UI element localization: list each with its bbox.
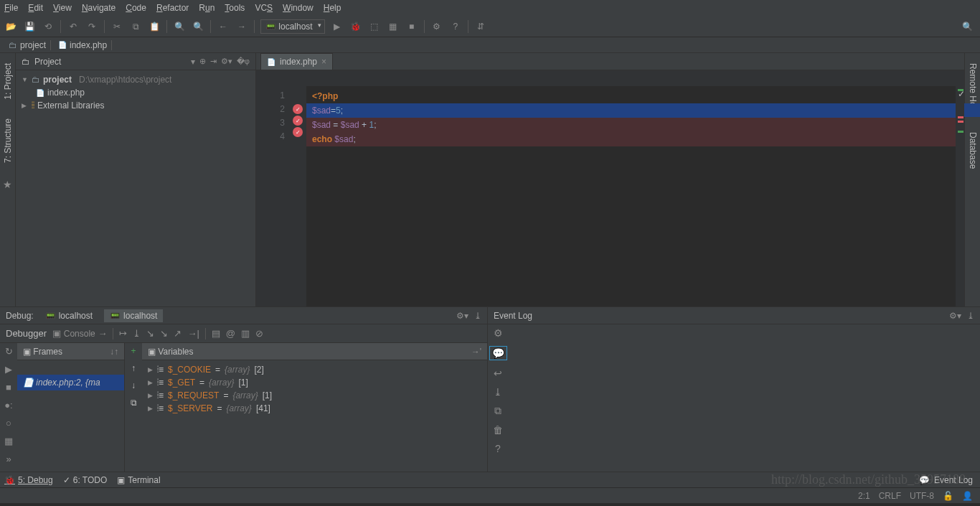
code-area[interactable]: <?php $sad=5; $sad = $sad + 1; echo $sad… bbox=[306, 86, 956, 306]
paste-icon[interactable]: 📋 bbox=[148, 20, 161, 33]
expand-icon[interactable]: ▶ bbox=[148, 392, 153, 399]
menu-refactor[interactable]: Refactor bbox=[156, 3, 189, 13]
mute-breakpoints-icon[interactable]: ⊘ bbox=[255, 328, 263, 339]
layout-icon[interactable]: ▦ bbox=[4, 436, 13, 446]
tree-file[interactable]: 📄 index.php bbox=[16, 86, 255, 99]
more-icon[interactable]: » bbox=[6, 454, 11, 464]
settings-icon[interactable]: ⚙▾ bbox=[456, 311, 468, 321]
menu-window[interactable]: Window bbox=[283, 3, 314, 13]
expand-icon[interactable]: ▼ bbox=[22, 76, 29, 83]
profile-icon[interactable]: ▦ bbox=[387, 20, 400, 33]
search-everywhere-icon[interactable]: 🔍 bbox=[962, 22, 973, 32]
var-request[interactable]: ▶⦙≡ $_REQUEST = {array} [1] bbox=[145, 389, 484, 402]
help-icon[interactable]: ? bbox=[449, 20, 462, 33]
run-to-cursor-icon[interactable]: →| bbox=[187, 328, 199, 339]
help-icon[interactable]: ? bbox=[495, 443, 501, 454]
show-execution-icon[interactable]: ↦ bbox=[119, 328, 127, 339]
project-title[interactable]: Project bbox=[34, 57, 191, 67]
event-log-link[interactable]: Event Log bbox=[934, 475, 973, 485]
open-icon[interactable]: 📂 bbox=[4, 20, 17, 33]
deploy-icon[interactable]: ⇵ bbox=[474, 20, 487, 33]
menu-run[interactable]: Run bbox=[199, 3, 215, 13]
editor-content[interactable]: 1 2 3 4 ✓ ✓ ✓ <?php $sad=5; $sad = $sad … bbox=[256, 86, 964, 306]
next-frame-icon[interactable]: ↑ bbox=[114, 347, 118, 357]
settings-icon[interactable]: ⚙▾ bbox=[221, 57, 232, 66]
tree-external-libs[interactable]: ▶ ⦙⦙ External Libraries bbox=[16, 99, 255, 112]
resume-icon[interactable]: ▶ bbox=[5, 364, 12, 375]
undo-icon[interactable]: ↶ bbox=[67, 20, 80, 33]
forward-icon[interactable]: → bbox=[235, 20, 248, 33]
tab-structure[interactable]: 7: Structure bbox=[1, 116, 14, 166]
run-icon[interactable]: ▶ bbox=[331, 20, 344, 33]
close-tab-icon[interactable]: × bbox=[321, 57, 326, 67]
inspector-icon[interactable]: 👤 bbox=[962, 491, 973, 501]
menu-code[interactable]: Code bbox=[126, 3, 146, 13]
breakpoint-icon[interactable]: ✓ bbox=[293, 116, 303, 126]
settings-icon[interactable]: ⚙ bbox=[494, 327, 503, 339]
console-tab[interactable]: ▣ Console → bbox=[52, 328, 107, 339]
evaluate-icon[interactable]: ▤ bbox=[212, 328, 220, 339]
breakpoints-icon[interactable]: ●: bbox=[4, 400, 12, 411]
collapse-icon[interactable]: ⇥ bbox=[210, 57, 217, 66]
settings-icon[interactable]: →' bbox=[471, 347, 481, 357]
debug-session-tab[interactable]: 📟 localhost bbox=[39, 309, 98, 322]
step-out-icon[interactable]: ↗ bbox=[174, 328, 182, 339]
error-mark[interactable] bbox=[958, 121, 963, 123]
expand-icon[interactable]: ▶ bbox=[148, 379, 153, 386]
ok-mark[interactable] bbox=[958, 131, 963, 133]
stop-icon[interactable]: ■ bbox=[405, 20, 418, 33]
wrap-icon[interactable]: ↩ bbox=[494, 367, 502, 379]
menu-vcs[interactable]: VCS bbox=[255, 3, 273, 13]
clear-icon[interactable]: 🗑 bbox=[493, 424, 503, 436]
lock-icon[interactable]: 🔓 bbox=[943, 491, 953, 501]
copy-icon[interactable]: ⧉ bbox=[131, 398, 137, 408]
status-line-sep[interactable]: CRLF bbox=[879, 491, 901, 501]
favorites-icon[interactable]: ★ bbox=[3, 179, 12, 190]
settings-icon[interactable]: ⚙▾ bbox=[949, 311, 961, 321]
tab-project[interactable]: 1: Project bbox=[1, 60, 14, 103]
menu-edit[interactable]: Edit bbox=[28, 3, 43, 13]
down-icon[interactable]: ↓ bbox=[131, 380, 136, 390]
menu-file[interactable]: File bbox=[4, 3, 18, 13]
up-icon[interactable]: ↑ bbox=[131, 363, 136, 373]
menu-tools[interactable]: Tools bbox=[225, 3, 245, 13]
locate-icon[interactable]: ⊕ bbox=[199, 57, 206, 66]
tab-terminal[interactable]: ▣ Terminal bbox=[117, 475, 160, 485]
mute-icon[interactable]: ○ bbox=[6, 418, 11, 428]
hide-icon[interactable]: �φ bbox=[237, 57, 250, 66]
debug-session-tab-active[interactable]: 📟 localhost bbox=[104, 309, 163, 322]
hide-icon[interactable]: ⤓ bbox=[474, 311, 481, 321]
step-over-icon[interactable]: ⤓ bbox=[133, 328, 141, 339]
tree-root[interactable]: ▼ 🗀 project D:\xmapp\htdocs\project bbox=[16, 73, 255, 86]
balloon-icon[interactable]: 💬 bbox=[919, 475, 930, 485]
run-config-dropdown[interactable]: 📟 localhost bbox=[260, 19, 325, 34]
tab-todo[interactable]: ✓ 6: TODO bbox=[63, 475, 108, 485]
replace-icon[interactable]: 🔍 bbox=[192, 20, 204, 33]
breadcrumb-project[interactable]: 🗀 project bbox=[4, 40, 51, 50]
menu-navigate[interactable]: Navigate bbox=[82, 3, 116, 13]
cut-icon[interactable]: ✂ bbox=[110, 20, 123, 33]
breakpoint-icon[interactable]: ✓ bbox=[293, 127, 303, 137]
status-position[interactable]: 2:1 bbox=[858, 491, 870, 501]
settings-icon[interactable]: ⚙ bbox=[430, 20, 443, 33]
add-watch-icon[interactable]: + bbox=[131, 346, 136, 356]
expand-icon[interactable]: ▶ bbox=[148, 405, 153, 412]
var-server[interactable]: ▶⦙≡ $_SERVER = {array} [41] bbox=[145, 402, 484, 415]
dropdown-icon[interactable]: ▾ bbox=[191, 57, 195, 67]
find-icon[interactable]: 🔍 bbox=[173, 20, 186, 33]
list-icon[interactable]: ▥ bbox=[241, 328, 250, 339]
error-mark[interactable] bbox=[958, 116, 963, 118]
copy-icon[interactable]: ⧉ bbox=[494, 405, 501, 417]
scroll-icon[interactable]: ⤓ bbox=[494, 386, 502, 398]
tab-database[interactable]: Database bbox=[966, 129, 979, 172]
stop-icon[interactable]: ■ bbox=[6, 382, 11, 393]
save-icon[interactable]: 💾 bbox=[23, 20, 36, 33]
copy-icon[interactable]: ⧉ bbox=[129, 20, 142, 33]
menu-view[interactable]: View bbox=[53, 3, 72, 13]
editor-tab-index[interactable]: 📄 index.php × bbox=[260, 53, 333, 70]
rerun-icon[interactable]: ↻ bbox=[5, 346, 13, 357]
debugger-tab[interactable]: Debugger bbox=[6, 328, 47, 339]
back-icon[interactable]: ← bbox=[217, 20, 230, 33]
debug-icon[interactable]: 🐞 bbox=[349, 20, 362, 33]
frame-item[interactable]: 📄 index.php:2, {ma bbox=[17, 375, 124, 390]
